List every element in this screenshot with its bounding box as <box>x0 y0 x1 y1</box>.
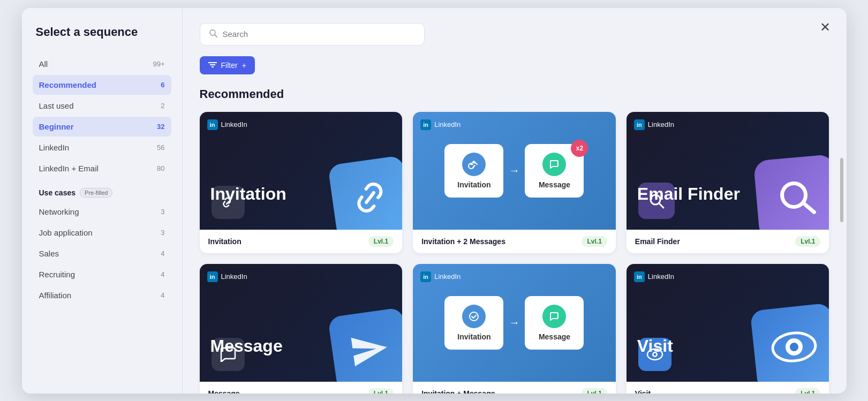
large-link-icon <box>328 155 402 229</box>
linkedin-label: LinkedIn <box>221 120 247 128</box>
sidebar-item-recommended[interactable]: Recommended 6 <box>33 75 171 95</box>
sidebar-item-recruiting[interactable]: Recruiting 4 <box>33 264 171 284</box>
sidebar-item-label: Job application <box>39 228 93 237</box>
step-box-invitation: Invitation <box>444 296 503 350</box>
linkedin-label: LinkedIn <box>648 120 674 128</box>
select-sequence-modal: ✕ Select a sequence All 99+ Recommended … <box>22 8 847 394</box>
sidebar-item-label: Last used <box>39 101 74 110</box>
close-button[interactable]: ✕ <box>816 18 835 37</box>
sidebar-item-last-used[interactable]: Last used 2 <box>33 96 171 116</box>
level-badge: Lvl.1 <box>368 236 394 247</box>
sidebar-item-label: Sales <box>39 249 59 258</box>
card-image-inv2msg: in LinkedIn Invitation <box>413 112 616 230</box>
search-input[interactable] <box>223 29 416 39</box>
steps-wrapper: Invitation → Message x2 <box>444 144 584 198</box>
sidebar-item-count: 6 <box>161 81 164 89</box>
card-name: Invitation <box>208 237 241 246</box>
steps-wrapper: Invitation → Message <box>444 296 584 350</box>
card-image-invitation: in LinkedIn Invitation <box>200 112 403 230</box>
sidebar-item-count: 80 <box>157 164 164 172</box>
sidebar-item-sales[interactable]: Sales 4 <box>33 244 171 263</box>
filter-icon <box>208 61 217 70</box>
linkedin-badge: in LinkedIn <box>207 119 247 130</box>
step-arrow: → <box>509 316 519 329</box>
sidebar-item-count: 99+ <box>153 60 164 68</box>
svg-point-9 <box>470 312 478 321</box>
section-heading: Recommended <box>200 87 829 101</box>
card-name: Visit <box>635 389 651 394</box>
linkedin-label: LinkedIn <box>434 273 461 281</box>
use-cases-section-label: Use cases Pre-filled <box>39 188 171 198</box>
card-name: Invitation + Message <box>421 389 495 394</box>
linkedin-label: LinkedIn <box>648 273 674 281</box>
sidebar-item-label: Affiliation <box>39 291 72 300</box>
sidebar-item-count: 4 <box>161 291 164 299</box>
sidebar-item-label: All <box>39 59 48 69</box>
step-icon-invitation <box>462 153 486 176</box>
cards-grid: in LinkedIn Invitation <box>200 112 829 394</box>
card-email-finder[interactable]: in LinkedIn Email Finder <box>627 112 829 253</box>
svg-line-1 <box>215 35 217 37</box>
card-name: Invitation + 2 Messages <box>421 237 505 246</box>
sidebar-item-count: 32 <box>157 123 164 131</box>
step-box-message: Message <box>525 296 584 350</box>
sidebar-item-label: Beginner <box>39 122 74 131</box>
sidebar-item-count: 2 <box>161 102 164 110</box>
sidebar-item-label: Recommended <box>39 80 97 89</box>
level-badge: Lvl.1 <box>795 236 820 247</box>
linkedin-icon: in <box>207 271 218 282</box>
large-eye-icon <box>750 302 829 381</box>
linkedin-icon: in <box>207 119 218 130</box>
card-title: Invitation <box>210 184 286 204</box>
linkedin-icon: in <box>634 119 645 130</box>
sidebar-item-linkedin-email[interactable]: LinkedIn + Email 80 <box>33 158 171 178</box>
sidebar-item-beginner[interactable]: Beginner 32 <box>33 117 171 137</box>
card-invitation-2-messages[interactable]: in LinkedIn Invitation <box>413 112 616 253</box>
sidebar-item-count: 4 <box>161 270 164 278</box>
card-footer: Email Finder Lvl.1 <box>627 230 829 253</box>
card-name: Email Finder <box>635 237 680 246</box>
sidebar-item-all[interactable]: All 99+ <box>33 54 171 74</box>
svg-line-6 <box>659 203 663 208</box>
step-box-invitation: Invitation <box>444 144 503 198</box>
search-bar <box>200 23 425 46</box>
step-arrow: → <box>509 164 519 177</box>
card-image-inv-msg: in LinkedIn Invitation <box>413 264 616 382</box>
linkedin-label: LinkedIn <box>221 273 247 281</box>
linkedin-icon: in <box>634 271 645 282</box>
sidebar-item-networking[interactable]: Networking 3 <box>33 202 171 222</box>
sidebar-item-count: 56 <box>157 143 164 152</box>
card-footer: Invitation + Message Lvl.1 <box>413 382 616 394</box>
sidebar-item-job-application[interactable]: Job application 3 <box>33 223 171 243</box>
scrollbar-thumb[interactable] <box>840 158 843 222</box>
card-footer: Message Lvl.1 <box>200 382 403 394</box>
sidebar-item-linkedin[interactable]: LinkedIn 56 <box>33 138 171 157</box>
card-message[interactable]: in LinkedIn Message <box>200 264 403 394</box>
linkedin-badge: in LinkedIn <box>207 271 247 282</box>
card-invitation-message[interactable]: in LinkedIn Invitation <box>413 264 616 394</box>
step-icon-message <box>542 305 566 328</box>
filter-button[interactable]: Filter + <box>200 56 255 74</box>
sidebar-item-label: Networking <box>39 207 79 216</box>
level-badge: Lvl.1 <box>795 388 820 394</box>
linkedin-badge: in LinkedIn <box>420 119 461 130</box>
scrollbar <box>840 62 843 383</box>
linkedin-badge: in LinkedIn <box>634 271 674 282</box>
search-icon <box>209 29 217 40</box>
card-name: Message <box>208 389 240 394</box>
level-badge: Lvl.1 <box>582 388 607 394</box>
card-visit[interactable]: in LinkedIn Visit <box>627 264 829 394</box>
sidebar-item-label: LinkedIn <box>39 143 70 152</box>
main-content: Filter + Recommended in LinkedIn Invitat… <box>183 8 847 394</box>
step-box-message: Message x2 <box>525 144 584 198</box>
card-title: Email Finder <box>637 184 740 204</box>
large-search-icon <box>753 154 829 229</box>
pre-filled-badge: Pre-filled <box>80 188 112 198</box>
sidebar-item-label: LinkedIn + Email <box>39 164 99 173</box>
modal-title: Select a sequence <box>33 25 171 39</box>
card-invitation[interactable]: in LinkedIn Invitation <box>200 112 403 253</box>
linkedin-label: LinkedIn <box>434 120 461 128</box>
filter-plus-icon: + <box>242 61 246 70</box>
sidebar-item-affiliation[interactable]: Affiliation 4 <box>33 285 171 305</box>
linkedin-badge: in LinkedIn <box>420 271 461 282</box>
